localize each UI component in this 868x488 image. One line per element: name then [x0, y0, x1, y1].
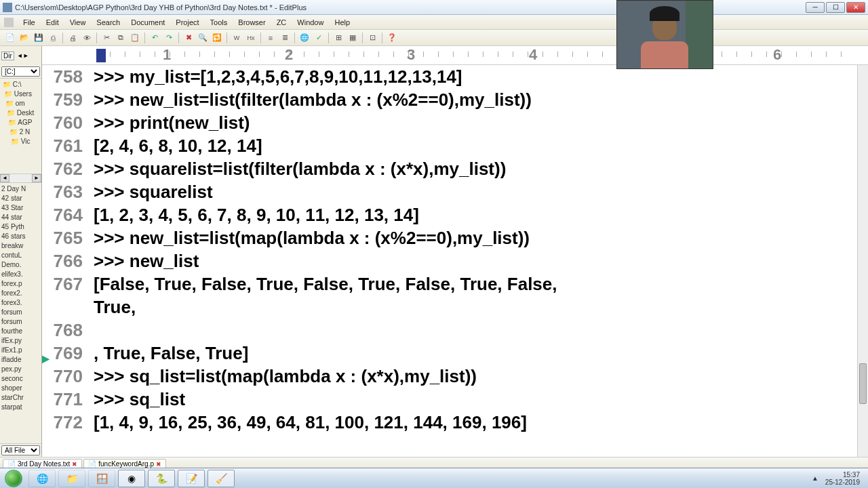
sidebar-scroll[interactable]: ◄ ►	[0, 174, 41, 183]
folder-item[interactable]: 📁 AGP	[0, 118, 41, 127]
scrollbar-vertical[interactable]	[857, 65, 868, 457]
print-icon[interactable]: 🖨	[66, 32, 79, 44]
window-tile-icon[interactable]: ⊞	[332, 32, 344, 44]
file-item[interactable]: seconc	[0, 374, 41, 384]
code-line[interactable]: >>> sq_list=list(map(lambda x : (x*x),my…	[94, 365, 856, 388]
maximize-button[interactable]: ☐	[826, 2, 845, 13]
code-line[interactable]: [1, 4, 9, 16, 25, 36, 49, 64, 81, 100, 1…	[94, 411, 856, 434]
file-item[interactable]: pex.py	[0, 365, 41, 374]
scrollbar-thumb[interactable]	[859, 363, 867, 404]
file-item[interactable]: 42 star	[0, 194, 41, 203]
close-button[interactable]: ✕	[846, 2, 865, 13]
menu-help[interactable]: Help	[329, 17, 355, 28]
find-icon[interactable]: 🔍	[197, 32, 209, 44]
task-python-icon[interactable]: 🐍	[148, 470, 175, 487]
drive-selector[interactable]: [C:]	[0, 65, 41, 79]
code-line[interactable]	[94, 319, 856, 342]
menu-window[interactable]: Window	[292, 17, 329, 28]
file-item[interactable]: forex2.	[0, 289, 41, 298]
file-item[interactable]: forsum	[0, 317, 41, 327]
browser-icon[interactable]: 🌐	[298, 32, 311, 44]
menu-document[interactable]: Document	[125, 17, 170, 28]
menu-file[interactable]: File	[18, 17, 41, 28]
code-line[interactable]: >>> my_list=[1,2,3,4,5,6,7,8,9,10,11,12,…	[94, 65, 856, 88]
paste-icon[interactable]: 📋	[129, 32, 141, 44]
code-line[interactable]: True,	[94, 296, 856, 319]
file-item[interactable]: forex.p	[0, 279, 41, 289]
file-list[interactable]: 2 Day N42 star43 Star44 star45 Pyth46 st…	[0, 183, 41, 443]
code-line[interactable]: >>> squarelist	[94, 180, 856, 203]
file-item[interactable]: 45 Pyth	[0, 222, 41, 232]
dir-nav-icon[interactable]: ◄►	[17, 52, 29, 59]
menu-search[interactable]: Search	[91, 17, 125, 28]
menu-zc[interactable]: ZC	[271, 17, 292, 28]
copy-icon[interactable]: ⧉	[115, 32, 127, 44]
cut-icon[interactable]: ✂	[100, 32, 113, 44]
save-icon[interactable]: 💾	[33, 32, 45, 44]
code-line[interactable]: [1, 2, 3, 4, 5, 6, 7, 8, 9, 10, 11, 12, …	[94, 203, 856, 226]
code-line[interactable]: >>> new_list=list(filter(lambda x : (x%2…	[94, 88, 856, 111]
task-app2-icon[interactable]: 🧹	[208, 470, 235, 487]
delete-icon[interactable]: ✖	[182, 32, 195, 44]
clock[interactable]: 15:37 25-12-2019	[821, 471, 864, 486]
menu-tools[interactable]: Tools	[205, 17, 233, 28]
scroll-right-icon[interactable]: ►	[32, 174, 41, 182]
task-ie-icon[interactable]: 🌐	[28, 470, 56, 487]
folder-item[interactable]: 📁 Users	[0, 89, 41, 99]
code-line[interactable]: >>> sq_list	[94, 388, 856, 411]
file-item[interactable]: ifladde	[0, 355, 41, 365]
folder-item[interactable]: 📁 om	[0, 99, 41, 108]
code-line[interactable]: >>> new_list	[94, 249, 856, 272]
folder-item[interactable]: 📁 Vic	[0, 137, 41, 146]
file-item[interactable]: forsum	[0, 308, 41, 317]
task-editplus-icon[interactable]: 📝	[178, 470, 205, 487]
system-tray[interactable]: ▲ 15:37 25-12-2019	[805, 471, 868, 486]
file-item[interactable]: ifEx.py	[0, 336, 41, 346]
tray-flag-icon[interactable]: ▲	[809, 474, 821, 482]
editor[interactable]: 758759760761762763764765766767768769▶770…	[42, 65, 868, 457]
file-item[interactable]: breakw	[0, 241, 41, 251]
file-item[interactable]: elifex3.	[0, 270, 41, 279]
folder-item[interactable]: 📁 C:\	[0, 80, 41, 89]
start-button[interactable]	[0, 469, 27, 488]
folder-tree[interactable]: 📁 C:\📁 Users📁 om📁 Deskt📁 AGP📁 2 N📁 Vic	[0, 79, 41, 174]
file-item[interactable]: ifEx1.p	[0, 346, 41, 355]
file-filter[interactable]: All File	[0, 443, 41, 457]
file-item[interactable]: 46 stars	[0, 232, 41, 241]
window-list-icon[interactable]: ▦	[347, 32, 359, 44]
code-line[interactable]: >>> squarelist=list(filter(lambda x : (x…	[94, 157, 856, 180]
align-center-icon[interactable]: ≣	[279, 32, 291, 44]
folder-item[interactable]: 📁 2 N	[0, 127, 41, 137]
file-item[interactable]: 2 Day N	[0, 184, 41, 194]
task-app1-icon[interactable]: 🪟	[88, 470, 115, 487]
col-select-icon[interactable]: ⊡	[366, 32, 378, 44]
code-line[interactable]: [2, 4, 6, 8, 10, 12, 14]	[94, 134, 856, 157]
code-line[interactable]: >>> print(new_list)	[94, 111, 856, 134]
task-explorer-icon[interactable]: 📁	[58, 470, 85, 487]
hex-icon[interactable]: Hx	[245, 32, 257, 44]
task-chrome-icon[interactable]: ◉	[118, 470, 145, 487]
save-all-icon[interactable]: ⎙	[47, 32, 59, 44]
file-item[interactable]: 43 Star	[0, 203, 41, 213]
scroll-left-icon[interactable]: ◄	[0, 174, 9, 182]
preview-icon[interactable]: 👁	[81, 32, 93, 44]
file-item[interactable]: starChr	[0, 393, 41, 403]
file-item[interactable]: 44 star	[0, 213, 41, 222]
spell-check-icon[interactable]: ✓	[313, 32, 325, 44]
code-line[interactable]: [False, True, False, True, False, True, …	[94, 272, 856, 296]
help-icon[interactable]: ❓	[386, 32, 398, 44]
words-icon[interactable]: W	[231, 32, 243, 44]
minimize-button[interactable]: ─	[806, 2, 825, 13]
menu-edit[interactable]: Edit	[41, 17, 64, 28]
undo-icon[interactable]: ↶	[149, 32, 161, 44]
open-file-icon[interactable]: 📂	[18, 32, 31, 44]
folder-item[interactable]: 📁 Deskt	[0, 108, 41, 118]
replace-icon[interactable]: 🔁	[211, 32, 223, 44]
file-item[interactable]: forex3.	[0, 298, 41, 308]
menu-view[interactable]: View	[64, 17, 92, 28]
file-item[interactable]: shoper	[0, 384, 41, 393]
file-item[interactable]: contuL	[0, 251, 41, 260]
code-area[interactable]: >>> my_list=[1,2,3,4,5,6,7,8,9,10,11,12,…	[94, 65, 856, 434]
align-left-icon[interactable]: ≡	[264, 32, 277, 44]
file-item[interactable]: fourthe	[0, 327, 41, 336]
